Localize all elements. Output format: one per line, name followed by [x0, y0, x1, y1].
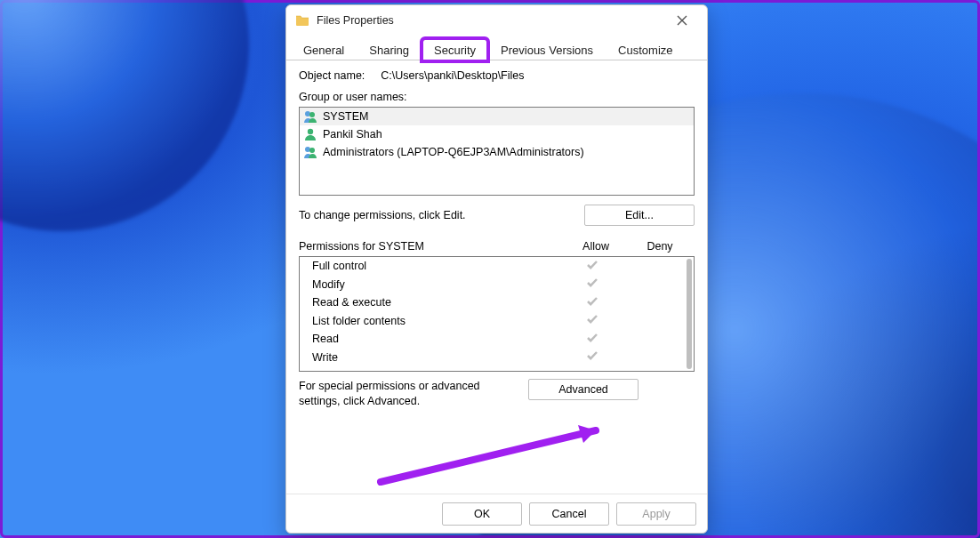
svg-point-2: [308, 129, 313, 134]
properties-window: Files Properties General Sharing Securit…: [285, 4, 708, 534]
check-icon: [586, 349, 598, 362]
check-icon: [586, 277, 598, 289]
allow-cell: [560, 259, 624, 274]
tab-strip: General Sharing Security Previous Versio…: [286, 36, 707, 60]
advanced-hint: For special permissions or advanced sett…: [299, 379, 521, 409]
edit-hint: To change permissions, click Edit.: [299, 209, 577, 221]
dialog-footer: OK Cancel Apply: [286, 494, 707, 533]
groups-label: Group or user names:: [299, 91, 695, 103]
check-icon: [586, 259, 598, 271]
security-tab-body: Object name: C:\Users\panki\Desktop\File…: [286, 60, 707, 494]
permission-name: Read: [312, 333, 560, 345]
tab-sharing[interactable]: Sharing: [357, 39, 421, 60]
groups-listbox[interactable]: SYSTEMPankil ShahAdministrators (LAPTOP-…: [299, 107, 695, 196]
permission-row: Full control: [300, 257, 694, 276]
edit-button[interactable]: Edit...: [584, 205, 695, 226]
svg-point-4: [309, 148, 315, 153]
permission-row: Write: [300, 349, 694, 367]
allow-cell: [560, 349, 624, 365]
object-name-value: C:\Users\panki\Desktop\Files: [381, 69, 524, 82]
object-name-row: Object name: C:\Users\panki\Desktop\File…: [299, 69, 695, 82]
svg-point-3: [305, 147, 310, 152]
cancel-button[interactable]: Cancel: [529, 502, 609, 526]
permission-row: List folder contents: [300, 312, 694, 331]
advanced-button[interactable]: Advanced: [528, 379, 639, 400]
list-item-label: SYSTEM: [323, 110, 368, 123]
allow-cell: [560, 332, 624, 347]
list-item-label: Pankil Shah: [323, 128, 382, 141]
permissions-header: Permissions for SYSTEM Allow Deny: [299, 240, 695, 253]
allow-cell: [560, 277, 624, 292]
group-icon: [303, 109, 317, 124]
list-item[interactable]: SYSTEM: [300, 108, 694, 125]
desktop-background: Files Properties General Sharing Securit…: [0, 0, 980, 538]
list-item-label: Administrators (LAPTOP-Q6EJP3AM\Administ…: [323, 146, 584, 158]
folder-icon: [295, 13, 309, 28]
list-item[interactable]: Administrators (LAPTOP-Q6EJP3AM\Administ…: [300, 143, 694, 161]
permissions-scrollbar[interactable]: [687, 259, 692, 369]
deny-header: Deny: [631, 240, 695, 253]
user-icon: [303, 127, 317, 141]
permissions-for-label: Permissions for SYSTEM: [299, 240, 566, 253]
object-name-label: Object name:: [299, 69, 365, 82]
check-icon: [586, 313, 598, 325]
tab-previous[interactable]: Previous Versions: [489, 39, 605, 60]
allow-cell: [560, 313, 624, 328]
window-title: Files Properties: [317, 14, 663, 27]
permission-name: Read & execute: [312, 296, 560, 309]
apply-button[interactable]: Apply: [616, 502, 696, 526]
permission-row: Read: [300, 330, 694, 349]
permission-row: Read & execute: [300, 293, 694, 312]
check-icon: [586, 295, 598, 308]
allow-header: Allow: [566, 240, 631, 253]
permission-row: Modify: [300, 276, 694, 294]
permission-name: Modify: [312, 278, 560, 291]
allow-cell: [560, 295, 624, 310]
tab-security[interactable]: Security: [422, 39, 487, 60]
permissions-listbox[interactable]: Full controlModifyRead & executeList fol…: [299, 256, 695, 372]
svg-point-0: [305, 111, 310, 116]
close-button[interactable]: [663, 8, 702, 33]
group-icon: [303, 145, 317, 159]
svg-point-1: [309, 112, 315, 117]
check-icon: [586, 332, 598, 344]
tab-customize[interactable]: Customize: [606, 39, 684, 60]
permission-name: List folder contents: [312, 315, 560, 327]
close-icon: [677, 15, 687, 26]
permission-name: Full control: [312, 260, 560, 272]
titlebar: Files Properties: [286, 5, 707, 36]
permission-name: Write: [312, 351, 560, 364]
ok-button[interactable]: OK: [442, 502, 522, 526]
edit-row: To change permissions, click Edit. Edit.…: [299, 205, 695, 226]
tab-general[interactable]: General: [292, 39, 356, 60]
list-item[interactable]: Pankil Shah: [300, 125, 694, 143]
advanced-row: For special permissions or advanced sett…: [299, 379, 695, 409]
